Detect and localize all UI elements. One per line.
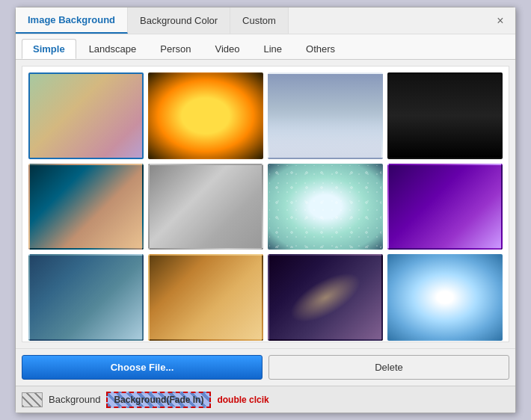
status-bar: Background Background(Fade In) double cl… (16, 386, 515, 413)
grid-item-1[interactable] (28, 72, 144, 159)
tab-landscape[interactable]: Landscape (78, 39, 148, 59)
tab-simple[interactable]: Simple (22, 39, 76, 59)
grid-item-11[interactable] (268, 254, 383, 341)
main-dialog: Image Background Background Color Custom… (15, 7, 516, 413)
close-button[interactable]: × (488, 9, 512, 33)
grid-item-4[interactable] (387, 72, 503, 159)
background-label: Background (49, 394, 100, 405)
tab-line[interactable]: Line (252, 39, 293, 59)
grid-item-12[interactable] (387, 254, 503, 341)
grid-item-5[interactable] (28, 164, 144, 250)
delete-button[interactable]: Delete (268, 355, 509, 380)
snowflake-overlay (269, 165, 381, 249)
grid-item-8[interactable] (387, 164, 503, 250)
tab-custom[interactable]: Custom (230, 7, 289, 34)
grid-item-2[interactable] (148, 72, 263, 159)
grid-item-10[interactable] (148, 254, 263, 341)
grid-item-6[interactable] (148, 164, 263, 250)
grid-item-7[interactable] (268, 164, 383, 250)
tab-others[interactable]: Others (295, 39, 346, 59)
grid-item-3[interactable] (268, 72, 383, 159)
tab-image-background[interactable]: Image Background (16, 7, 128, 34)
sub-tabs-container: Simple Landscape Person Video Line Other… (16, 34, 515, 60)
choose-file-button[interactable]: Choose File... (22, 355, 263, 380)
bottom-buttons: Choose File... Delete (16, 348, 515, 386)
background-grid (22, 66, 509, 342)
grid-item-9[interactable] (28, 254, 144, 341)
hatch-icon (22, 392, 43, 407)
tab-person[interactable]: Person (149, 39, 202, 59)
fade-in-box[interactable]: Background(Fade In) (106, 392, 211, 408)
tab-video[interactable]: Video (203, 39, 251, 59)
main-tabs: Image Background Background Color Custom (16, 7, 488, 34)
double-click-hint: double clcik (217, 395, 268, 405)
tab-background-color[interactable]: Background Color (128, 7, 230, 34)
title-bar: Image Background Background Color Custom… (16, 7, 515, 34)
